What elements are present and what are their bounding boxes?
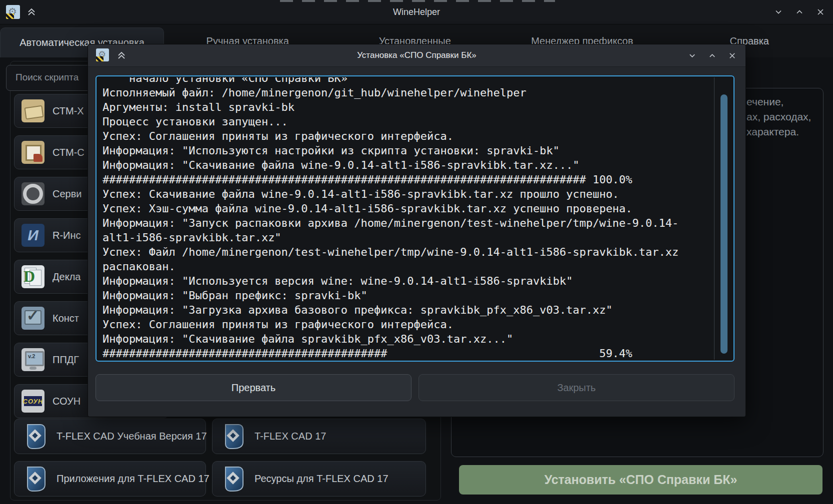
dialog-close-button[interactable] — [726, 50, 738, 61]
install-spo-spravki-bk-button[interactable]: Установить «СПО Справки БК» — [459, 465, 822, 495]
dialog-maximize-button[interactable] — [706, 50, 718, 61]
script-item-label: Конст — [52, 313, 79, 324]
script-card[interactable]: T-FLEX CAD Учебная Версия 17 — [14, 419, 206, 454]
winehelper-window: ⚙ WineHelper Автоматическая установкаРуч… — [0, 0, 833, 504]
monitor-v2-icon: v.2 — [22, 348, 44, 371]
card-label: Ресурсы для T-FLEX CAD 17 — [254, 473, 388, 485]
script-cards: T-FLEX CAD Учебная Версия 17T-FLEX CAD 1… — [14, 419, 427, 496]
minimize-button[interactable] — [773, 6, 784, 17]
install-dialog: ⚙ Установка «СПО Справки БК» начало уста… — [88, 44, 746, 417]
script-item-label: СТМ-Х — [52, 105, 84, 117]
soun-badge-icon: СОУН — [22, 390, 44, 413]
script-card[interactable]: Ресурсы для T-FLEX CAD 17 — [212, 461, 426, 497]
declaration-green-d-icon: D — [22, 265, 44, 288]
main-titlebar: ⚙ WineHelper — [0, 0, 833, 24]
tflex-shield-icon — [222, 424, 244, 449]
card-label: T-FLEX CAD 17 — [254, 431, 326, 442]
maximize-button[interactable] — [794, 6, 805, 17]
r-info-blue-icon: И — [22, 224, 44, 247]
search-placeholder: Поиск скрипта — [16, 65, 78, 89]
scrollbar-track[interactable] — [714, 77, 714, 360]
service-ring-icon — [22, 182, 44, 205]
tflex-shield-icon — [24, 424, 46, 449]
install-button-label: Установить «СПО Справки БК» — [544, 473, 738, 487]
script-item-label: R-Инс — [52, 230, 81, 241]
close-button[interactable] — [815, 6, 826, 17]
card-label: T-FLEX CAD Учебная Версия 17 — [56, 431, 207, 442]
description-text: ечение, ах, расходах, характера. — [746, 94, 811, 139]
stm-c-frame-icon — [22, 141, 44, 164]
script-card[interactable]: Приложения для T-FLEX CAD 17 — [14, 461, 206, 497]
script-item-label: СОУН — [52, 396, 80, 407]
dialog-buttons: ПрерватьЗакрыть — [96, 374, 734, 401]
dialog-minimize-button[interactable] — [686, 50, 698, 61]
install-log-text: начало установки «СПО Справки БК» Исполн… — [98, 77, 678, 360]
card-label: Приложения для T-FLEX CAD 17 — [56, 473, 210, 485]
dialog-title: Установка «СПО Справки БК» — [88, 44, 746, 66]
script-item-label: ППДГ — [52, 354, 79, 366]
script-item-label: Декла — [52, 271, 80, 283]
occluded-window-edge — [280, 0, 555, 2]
stm-x-folder-icon — [22, 99, 44, 122]
close-dialog-button: Закрыть — [418, 374, 734, 401]
script-card[interactable]: T-FLEX CAD 17 — [212, 419, 426, 454]
window-title: WineHelper — [0, 0, 833, 24]
abort-button[interactable]: Прервать — [96, 374, 412, 401]
install-log-box: начало установки «СПО Справки БК» Исполн… — [96, 75, 734, 362]
scrollbar-thumb[interactable] — [720, 94, 728, 354]
main-window-controls — [773, 0, 826, 24]
script-item-label: Серви — [52, 188, 82, 200]
dialog-window-controls — [686, 44, 738, 66]
install-log-viewport[interactable]: начало установки «СПО Справки БК» Исполн… — [98, 77, 714, 360]
dialog-titlebar: ⚙ Установка «СПО Справки БК» — [88, 44, 746, 67]
script-item-label: СТМ-С — [52, 147, 84, 158]
tflex-shield-icon — [24, 467, 46, 492]
monitor-checkmark-icon: ✓ — [22, 307, 44, 330]
tflex-shield-icon — [222, 467, 244, 492]
